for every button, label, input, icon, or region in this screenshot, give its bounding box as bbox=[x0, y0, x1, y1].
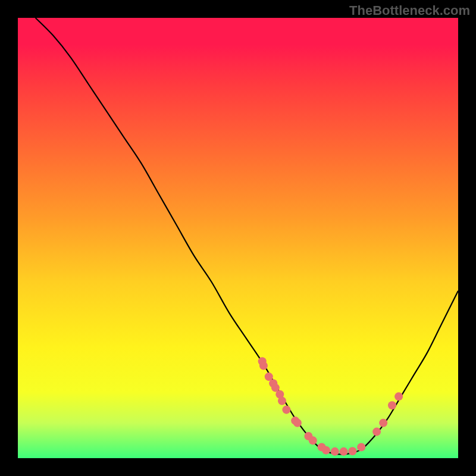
data-marker bbox=[259, 362, 268, 370]
watermark-text: TheBottleneck.com bbox=[349, 3, 470, 18]
data-marker bbox=[331, 447, 339, 456]
data-marker bbox=[309, 436, 317, 444]
data-marker bbox=[372, 428, 381, 436]
data-marker bbox=[379, 419, 387, 427]
data-marker bbox=[293, 419, 302, 427]
data-marker bbox=[282, 406, 290, 414]
data-marker bbox=[322, 446, 330, 455]
data-marker bbox=[357, 443, 365, 451]
bottleneck-curve bbox=[36, 18, 458, 455]
plot-area bbox=[18, 18, 458, 458]
data-marker bbox=[388, 401, 396, 409]
data-marker bbox=[394, 392, 403, 400]
chart-svg bbox=[18, 18, 458, 458]
data-markers bbox=[258, 357, 403, 456]
data-marker bbox=[340, 447, 348, 456]
data-marker bbox=[278, 397, 286, 405]
data-marker bbox=[348, 447, 356, 455]
